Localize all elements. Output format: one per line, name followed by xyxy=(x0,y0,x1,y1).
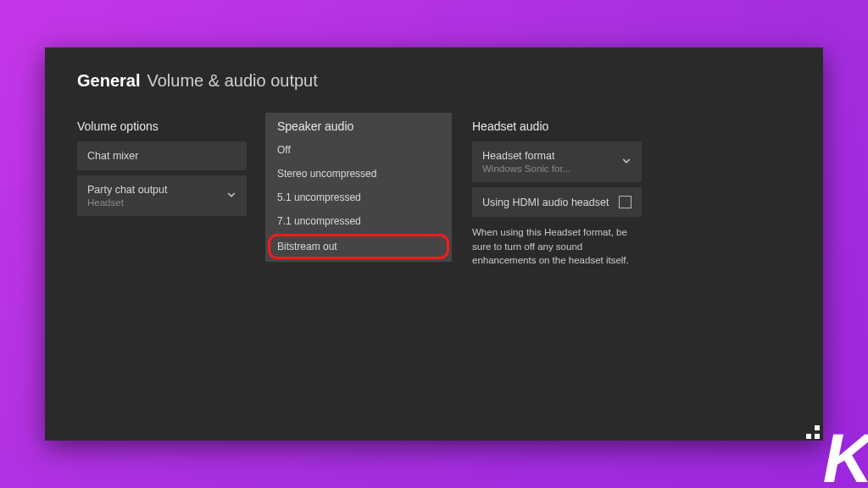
party-chat-output-select[interactable]: Party chat output Headset xyxy=(77,175,247,216)
brand-logo: K xyxy=(823,419,868,488)
checkbox-icon xyxy=(619,196,632,208)
breadcrumb-category: General xyxy=(77,71,140,91)
volume-options-column: Volume options Chat mixer Party chat out… xyxy=(77,119,247,268)
headset-format-value: Windows Sonic for... xyxy=(482,164,570,174)
speaker-option-bitstream-out[interactable]: Bitstream out xyxy=(269,235,448,258)
page-header: General Volume & audio output xyxy=(77,71,791,91)
speaker-option-off[interactable]: Off xyxy=(265,138,452,162)
chevron-down-icon xyxy=(226,190,236,202)
speaker-audio-dropdown[interactable]: Speaker audio Off Stereo uncompressed 5.… xyxy=(265,113,452,262)
volume-options-title: Volume options xyxy=(77,119,247,133)
hdmi-audio-headset-label: Using HDMI audio headset xyxy=(482,197,609,208)
speaker-option-51[interactable]: 5.1 uncompressed xyxy=(265,186,452,209)
speaker-audio-column: Speaker audio Off Stereo uncompressed 5.… xyxy=(270,119,448,268)
settings-panel: General Volume & audio output Volume opt… xyxy=(45,47,823,441)
brand-dots-icon xyxy=(806,425,820,439)
chat-mixer-label: Chat mixer xyxy=(87,150,138,162)
headset-format-label: Headset format xyxy=(482,150,554,162)
speaker-option-stereo[interactable]: Stereo uncompressed xyxy=(265,162,452,186)
speaker-option-71[interactable]: 7.1 uncompressed xyxy=(265,209,452,233)
speaker-audio-title: Speaker audio xyxy=(265,116,452,138)
headset-audio-title: Headset audio xyxy=(472,119,642,133)
headset-format-select[interactable]: Headset format Windows Sonic for... xyxy=(472,141,642,182)
hdmi-audio-headset-toggle[interactable]: Using HDMI audio headset xyxy=(472,187,642,217)
columns-container: Volume options Chat mixer Party chat out… xyxy=(77,119,791,268)
party-chat-output-value: Headset xyxy=(87,197,124,208)
page-title: Volume & audio output xyxy=(147,71,317,91)
party-chat-output-label: Party chat output xyxy=(87,184,168,196)
headset-audio-column: Headset audio Headset format Windows Son… xyxy=(472,119,642,268)
headset-format-note: When using this Headset format, be sure … xyxy=(472,225,633,268)
chevron-down-icon xyxy=(621,156,632,169)
chat-mixer-button[interactable]: Chat mixer xyxy=(77,141,247,170)
